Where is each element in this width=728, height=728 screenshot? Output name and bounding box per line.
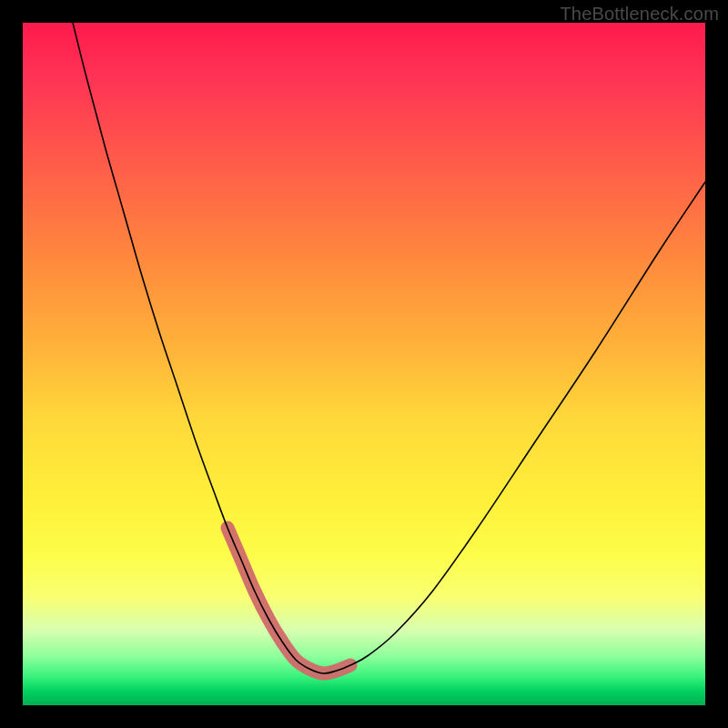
bottleneck-curve — [73, 23, 705, 673]
bottleneck-plot — [23, 23, 705, 705]
watermark-text: TheBottleneck.com — [560, 4, 719, 25]
chart-area — [23, 23, 705, 705]
